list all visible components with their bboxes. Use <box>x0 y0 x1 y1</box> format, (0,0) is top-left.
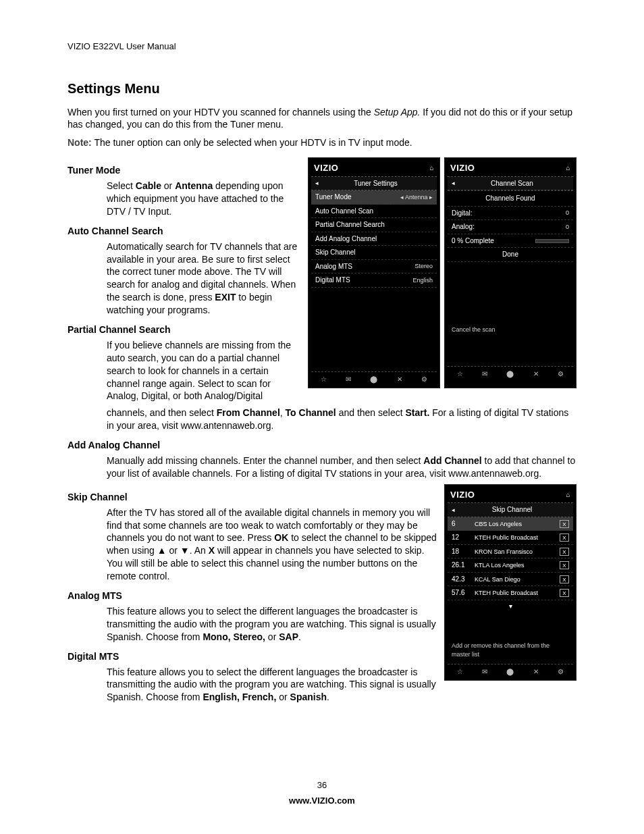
analog-mts-text: This feature allows you to select the di… <box>107 605 437 644</box>
mail-icon: ✉ <box>482 369 487 379</box>
dot-icon: ⬤ <box>506 369 514 379</box>
x-icon: X <box>560 561 569 569</box>
menu-row: Add Analog Channel <box>311 232 437 246</box>
mail-icon: ✉ <box>482 667 487 677</box>
star-icon: ☆ <box>457 369 463 379</box>
add-analog-text: Manually add missing channels. Enter the… <box>107 454 576 480</box>
partial-search-text-2: channels, and then select From Channel, … <box>107 407 576 432</box>
back-icon: ◂ <box>452 179 455 187</box>
partial-search-text-1: If you believe channels are missing from… <box>107 339 301 402</box>
skip-channel-text: After the TV has stored all of the avail… <box>107 506 437 583</box>
skip-channel-heading: Skip Channel <box>68 491 437 504</box>
analog-count: Analog:0 <box>448 220 573 234</box>
screenshot-tuner-settings: VIZIO ⌂ ◂ Tuner Settings Tuner Mode ◂ An… <box>308 157 440 388</box>
footer-icons: ☆ ✉ ⬤ ✕ ⚙ <box>311 371 437 384</box>
menu-title: Tuner Settings <box>354 179 398 188</box>
digital-count: Digital:0 <box>448 207 573 221</box>
menu-title: Channel Scan <box>491 179 533 188</box>
channel-row: 6CBS Los AngelesX <box>448 517 573 531</box>
star-icon: ☆ <box>457 667 463 677</box>
progress-bar <box>535 239 569 243</box>
percent-complete: 0 % Complete <box>448 234 573 249</box>
footer-icons: ☆ ✉ ⬤ ✕ ⚙ <box>448 366 573 379</box>
auto-search-text: Automatically search for TV channels tha… <box>107 240 301 317</box>
gear-icon: ⚙ <box>558 667 564 677</box>
analog-mts-heading: Analog MTS <box>68 590 437 602</box>
menu-row: Digital MTSEnglish <box>311 273 437 288</box>
chevron-down-icon: ▾ <box>448 600 573 613</box>
brand-label: VIZIO <box>314 162 338 174</box>
mail-icon: ✉ <box>346 375 351 384</box>
gear-icon: ⚙ <box>558 369 564 379</box>
menu-row: Tuner Mode ◂ Antenna ▸ <box>311 190 437 205</box>
brand-label: VIZIO <box>450 162 475 174</box>
skip-hint: Add or remove this channel from the mast… <box>448 639 573 660</box>
cancel-scan-label: Cancel the scan <box>448 323 573 336</box>
channel-row: 42.3KCAL San DiegoX <box>448 573 573 587</box>
note-line: Note: The tuner option can only be selec… <box>68 136 576 149</box>
doc-header: VIZIO E322VL User Manual <box>68 41 576 53</box>
menu-row: Skip Channel <box>311 246 437 260</box>
channel-row: 57.6KTEH Public BroadcastX <box>448 586 573 600</box>
tuner-mode-heading: Tuner Mode <box>68 164 301 177</box>
menu-row: Auto Channel Scan <box>311 205 437 219</box>
channel-row: 12KTEH Public BroadcastX <box>448 531 573 545</box>
screenshot-channel-scan: VIZIO ⌂ ◂ Channel Scan Channels Found Di… <box>444 157 576 388</box>
page-number: 36 <box>0 779 644 791</box>
close-icon: ✕ <box>533 667 539 677</box>
home-icon: ⌂ <box>566 163 570 173</box>
dot-icon: ⬤ <box>506 667 514 677</box>
site-url: www.VIZIO.com <box>0 795 644 807</box>
close-icon: ✕ <box>397 375 402 384</box>
add-analog-heading: Add Analog Channel <box>68 439 576 452</box>
digital-mts-heading: Digital MTS <box>68 650 437 663</box>
channel-row: 26.1KTLA Los AngelesX <box>448 558 573 573</box>
auto-search-heading: Auto Channel Search <box>68 225 301 238</box>
brand-label: VIZIO <box>450 489 475 501</box>
menu-title: Skip Channel <box>492 505 532 515</box>
dot-icon: ⬤ <box>370 375 377 384</box>
close-icon: ✕ <box>533 369 539 379</box>
footer-icons: ☆ ✉ ⬤ ✕ ⚙ <box>448 664 573 677</box>
gear-icon: ⚙ <box>421 375 427 384</box>
home-icon: ⌂ <box>566 490 570 500</box>
partial-search-heading: Partial Channel Search <box>68 323 301 336</box>
x-icon: X <box>560 520 569 528</box>
intro-paragraph: When you first turned on your HDTV you s… <box>68 106 576 132</box>
tuner-mode-text: Select Cable or Antenna depending upon w… <box>107 180 301 218</box>
star-icon: ☆ <box>321 375 327 384</box>
done-label: Done <box>448 248 573 262</box>
x-icon: X <box>560 548 569 556</box>
screenshot-skip-channel: VIZIO ⌂ ◂ Skip Channel 6CBS Los AngelesX… <box>444 484 576 681</box>
page-footer: 36 www.VIZIO.com <box>0 779 644 807</box>
back-icon: ◂ <box>315 179 319 187</box>
intro-block: When you first turned on your HDTV you s… <box>68 106 576 150</box>
x-icon: X <box>560 589 569 597</box>
menu-row: Partial Channel Search <box>311 218 437 232</box>
x-icon: X <box>560 533 569 542</box>
channels-found-label: Channels Found <box>448 190 573 207</box>
digital-mts-text: This feature allows you to select the di… <box>107 666 437 704</box>
back-icon: ◂ <box>452 506 455 514</box>
page-title: Settings Menu <box>68 80 576 98</box>
x-icon: X <box>560 575 569 583</box>
home-icon: ⌂ <box>429 163 434 173</box>
channel-row: 18KRON San FransiscoX <box>448 545 573 559</box>
menu-row: Analog MTSStereo <box>311 260 437 274</box>
